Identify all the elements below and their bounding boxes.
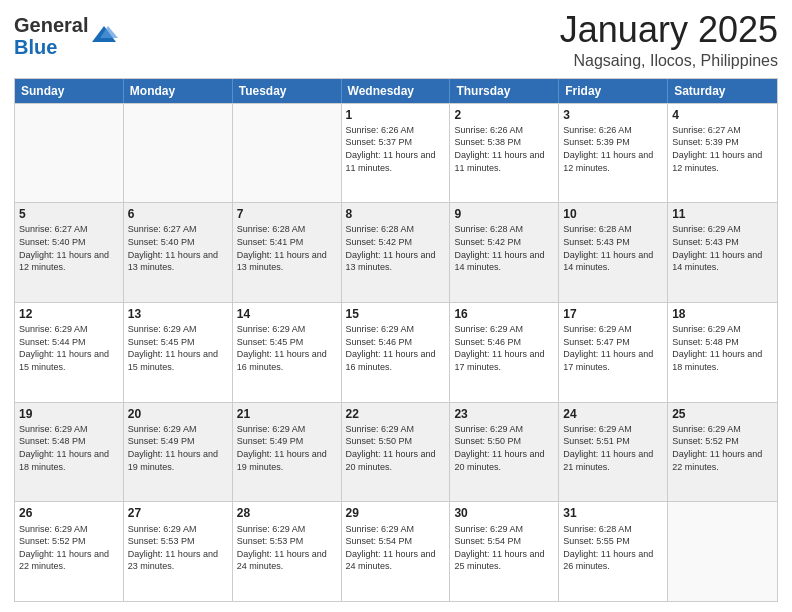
cal-cell: 31Sunrise: 6:28 AM Sunset: 5:55 PM Dayli…: [559, 502, 668, 601]
cell-info: Sunrise: 6:29 AM Sunset: 5:47 PM Dayligh…: [563, 323, 663, 373]
page: General Blue January 2025 Nagsaing, Iloc…: [0, 0, 792, 612]
cal-cell: 2Sunrise: 6:26 AM Sunset: 5:38 PM Daylig…: [450, 104, 559, 203]
calendar-body: 1Sunrise: 6:26 AM Sunset: 5:37 PM Daylig…: [15, 103, 777, 601]
day-number: 15: [346, 306, 446, 322]
cal-cell: 11Sunrise: 6:29 AM Sunset: 5:43 PM Dayli…: [668, 203, 777, 302]
cell-info: Sunrise: 6:29 AM Sunset: 5:50 PM Dayligh…: [454, 423, 554, 473]
page-subtitle: Nagsaing, Ilocos, Philippines: [560, 52, 778, 70]
cal-cell: 26Sunrise: 6:29 AM Sunset: 5:52 PM Dayli…: [15, 502, 124, 601]
cal-cell: [668, 502, 777, 601]
cal-cell: [233, 104, 342, 203]
header-right: January 2025 Nagsaing, Ilocos, Philippin…: [560, 10, 778, 70]
cell-info: Sunrise: 6:29 AM Sunset: 5:48 PM Dayligh…: [19, 423, 119, 473]
cal-header-sunday: Sunday: [15, 79, 124, 103]
day-number: 11: [672, 206, 773, 222]
day-number: 24: [563, 406, 663, 422]
cell-info: Sunrise: 6:26 AM Sunset: 5:39 PM Dayligh…: [563, 124, 663, 174]
cal-cell: [15, 104, 124, 203]
cal-cell: 30Sunrise: 6:29 AM Sunset: 5:54 PM Dayli…: [450, 502, 559, 601]
cell-info: Sunrise: 6:29 AM Sunset: 5:43 PM Dayligh…: [672, 223, 773, 273]
day-number: 8: [346, 206, 446, 222]
cal-cell: 9Sunrise: 6:28 AM Sunset: 5:42 PM Daylig…: [450, 203, 559, 302]
day-number: 31: [563, 505, 663, 521]
cal-cell: 27Sunrise: 6:29 AM Sunset: 5:53 PM Dayli…: [124, 502, 233, 601]
cal-header-thursday: Thursday: [450, 79, 559, 103]
cell-info: Sunrise: 6:28 AM Sunset: 5:42 PM Dayligh…: [454, 223, 554, 273]
logo: General Blue: [14, 14, 118, 58]
cal-cell: 4Sunrise: 6:27 AM Sunset: 5:39 PM Daylig…: [668, 104, 777, 203]
cell-info: Sunrise: 6:29 AM Sunset: 5:46 PM Dayligh…: [454, 323, 554, 373]
day-number: 21: [237, 406, 337, 422]
cal-cell: 16Sunrise: 6:29 AM Sunset: 5:46 PM Dayli…: [450, 303, 559, 402]
cal-cell: 14Sunrise: 6:29 AM Sunset: 5:45 PM Dayli…: [233, 303, 342, 402]
cal-header-tuesday: Tuesday: [233, 79, 342, 103]
cal-cell: 3Sunrise: 6:26 AM Sunset: 5:39 PM Daylig…: [559, 104, 668, 203]
day-number: 7: [237, 206, 337, 222]
day-number: 30: [454, 505, 554, 521]
day-number: 9: [454, 206, 554, 222]
cell-info: Sunrise: 6:29 AM Sunset: 5:49 PM Dayligh…: [128, 423, 228, 473]
day-number: 16: [454, 306, 554, 322]
cal-cell: 23Sunrise: 6:29 AM Sunset: 5:50 PM Dayli…: [450, 403, 559, 502]
cal-cell: 12Sunrise: 6:29 AM Sunset: 5:44 PM Dayli…: [15, 303, 124, 402]
cell-info: Sunrise: 6:29 AM Sunset: 5:52 PM Dayligh…: [672, 423, 773, 473]
cal-cell: 13Sunrise: 6:29 AM Sunset: 5:45 PM Dayli…: [124, 303, 233, 402]
cell-info: Sunrise: 6:29 AM Sunset: 5:52 PM Dayligh…: [19, 523, 119, 573]
day-number: 13: [128, 306, 228, 322]
calendar: SundayMondayTuesdayWednesdayThursdayFrid…: [14, 78, 778, 602]
cell-info: Sunrise: 6:29 AM Sunset: 5:54 PM Dayligh…: [454, 523, 554, 573]
cell-info: Sunrise: 6:29 AM Sunset: 5:45 PM Dayligh…: [237, 323, 337, 373]
cal-cell: 28Sunrise: 6:29 AM Sunset: 5:53 PM Dayli…: [233, 502, 342, 601]
day-number: 20: [128, 406, 228, 422]
cell-info: Sunrise: 6:28 AM Sunset: 5:55 PM Dayligh…: [563, 523, 663, 573]
cal-week-4: 19Sunrise: 6:29 AM Sunset: 5:48 PM Dayli…: [15, 402, 777, 502]
day-number: 2: [454, 107, 554, 123]
cal-cell: 10Sunrise: 6:28 AM Sunset: 5:43 PM Dayli…: [559, 203, 668, 302]
cal-cell: 29Sunrise: 6:29 AM Sunset: 5:54 PM Dayli…: [342, 502, 451, 601]
cell-info: Sunrise: 6:29 AM Sunset: 5:53 PM Dayligh…: [237, 523, 337, 573]
cal-week-1: 1Sunrise: 6:26 AM Sunset: 5:37 PM Daylig…: [15, 103, 777, 203]
day-number: 1: [346, 107, 446, 123]
day-number: 17: [563, 306, 663, 322]
day-number: 14: [237, 306, 337, 322]
cal-cell: 17Sunrise: 6:29 AM Sunset: 5:47 PM Dayli…: [559, 303, 668, 402]
day-number: 26: [19, 505, 119, 521]
cal-cell: [124, 104, 233, 203]
cal-header-saturday: Saturday: [668, 79, 777, 103]
cell-info: Sunrise: 6:26 AM Sunset: 5:37 PM Dayligh…: [346, 124, 446, 174]
cal-header-monday: Monday: [124, 79, 233, 103]
cell-info: Sunrise: 6:29 AM Sunset: 5:48 PM Dayligh…: [672, 323, 773, 373]
day-number: 22: [346, 406, 446, 422]
header: General Blue January 2025 Nagsaing, Iloc…: [14, 10, 778, 70]
cell-info: Sunrise: 6:29 AM Sunset: 5:50 PM Dayligh…: [346, 423, 446, 473]
cal-cell: 5Sunrise: 6:27 AM Sunset: 5:40 PM Daylig…: [15, 203, 124, 302]
day-number: 6: [128, 206, 228, 222]
cal-cell: 24Sunrise: 6:29 AM Sunset: 5:51 PM Dayli…: [559, 403, 668, 502]
calendar-header: SundayMondayTuesdayWednesdayThursdayFrid…: [15, 79, 777, 103]
cal-header-wednesday: Wednesday: [342, 79, 451, 103]
logo-blue-text: Blue: [14, 36, 57, 58]
cal-cell: 7Sunrise: 6:28 AM Sunset: 5:41 PM Daylig…: [233, 203, 342, 302]
cal-cell: 1Sunrise: 6:26 AM Sunset: 5:37 PM Daylig…: [342, 104, 451, 203]
cell-info: Sunrise: 6:28 AM Sunset: 5:41 PM Dayligh…: [237, 223, 337, 273]
cal-cell: 19Sunrise: 6:29 AM Sunset: 5:48 PM Dayli…: [15, 403, 124, 502]
day-number: 12: [19, 306, 119, 322]
cal-header-friday: Friday: [559, 79, 668, 103]
cell-info: Sunrise: 6:29 AM Sunset: 5:51 PM Dayligh…: [563, 423, 663, 473]
cell-info: Sunrise: 6:29 AM Sunset: 5:45 PM Dayligh…: [128, 323, 228, 373]
cell-info: Sunrise: 6:29 AM Sunset: 5:54 PM Dayligh…: [346, 523, 446, 573]
day-number: 3: [563, 107, 663, 123]
cell-info: Sunrise: 6:28 AM Sunset: 5:43 PM Dayligh…: [563, 223, 663, 273]
cell-info: Sunrise: 6:26 AM Sunset: 5:38 PM Dayligh…: [454, 124, 554, 174]
cell-info: Sunrise: 6:27 AM Sunset: 5:40 PM Dayligh…: [19, 223, 119, 273]
day-number: 19: [19, 406, 119, 422]
cell-info: Sunrise: 6:28 AM Sunset: 5:42 PM Dayligh…: [346, 223, 446, 273]
logo-general-text: General: [14, 14, 88, 36]
day-number: 27: [128, 505, 228, 521]
day-number: 29: [346, 505, 446, 521]
cell-info: Sunrise: 6:27 AM Sunset: 5:39 PM Dayligh…: [672, 124, 773, 174]
cal-cell: 20Sunrise: 6:29 AM Sunset: 5:49 PM Dayli…: [124, 403, 233, 502]
cal-week-5: 26Sunrise: 6:29 AM Sunset: 5:52 PM Dayli…: [15, 501, 777, 601]
cal-week-3: 12Sunrise: 6:29 AM Sunset: 5:44 PM Dayli…: [15, 302, 777, 402]
day-number: 5: [19, 206, 119, 222]
